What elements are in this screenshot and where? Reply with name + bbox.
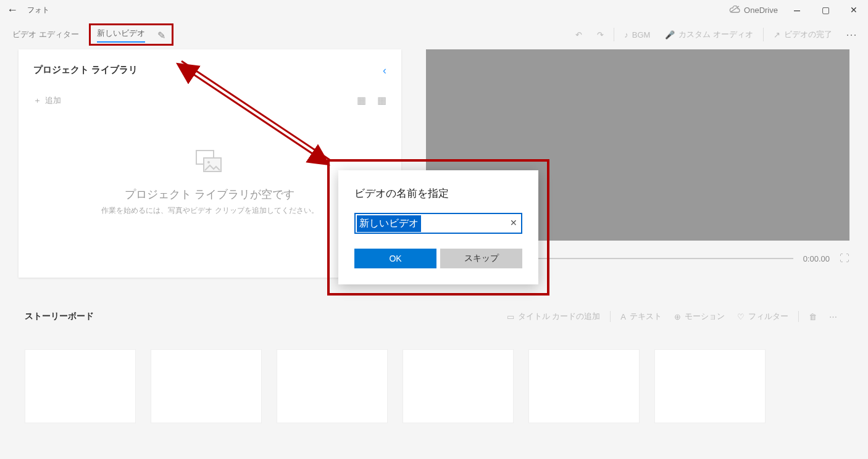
back-button[interactable]: ←	[0, 4, 25, 17]
titlebar: ← フォト OneDrive	[0, 0, 868, 20]
add-title-card-button[interactable]: ▭タイトル カードの追加	[501, 308, 607, 325]
add-media-button[interactable]: ＋ 追加	[33, 95, 61, 106]
separator	[610, 311, 611, 322]
collapse-library-button[interactable]: ‹	[383, 64, 386, 77]
separator	[798, 311, 799, 322]
audio-icon: 🎤	[665, 30, 675, 39]
video-editor-label: ビデオ エディター	[5, 24, 86, 45]
motion-button[interactable]: ⊕モーション	[668, 308, 731, 325]
cloud-icon	[729, 6, 740, 15]
new-video-tab[interactable]: 新しいビデオ	[97, 28, 145, 43]
storyboard-clips	[25, 349, 843, 423]
storyboard-more-button[interactable]: ⋯	[823, 310, 843, 324]
redo-icon: ↷	[597, 30, 604, 39]
motion-icon: ⊕	[674, 312, 681, 321]
clip-slot[interactable]	[403, 349, 514, 423]
onedrive-label: OneDrive	[744, 6, 778, 15]
name-video-dialog: ビデオの名前を指定 新しいビデオ ✕ OK スキップ	[338, 170, 538, 284]
grid-small-icon[interactable]: ▦	[377, 94, 386, 106]
filter-button[interactable]: ♡フィルター	[731, 308, 795, 325]
fullscreen-icon[interactable]: ⛶	[840, 253, 849, 264]
library-title: プロジェクト ライブラリ	[33, 64, 386, 76]
music-icon: ♪	[624, 30, 628, 39]
delete-button[interactable]: 🗑	[803, 310, 823, 324]
close-button[interactable]	[840, 0, 868, 20]
storyboard-title: ストーリーボード	[25, 311, 94, 322]
separator	[763, 28, 764, 41]
trash-icon: 🗑	[809, 312, 817, 321]
finish-label: ビデオの完了	[784, 29, 832, 40]
title-card-label: タイトル カードの追加	[518, 311, 601, 322]
more-button[interactable]: ⋯	[840, 28, 863, 41]
bgm-label: BGM	[632, 30, 651, 39]
new-video-annotation-box: 新しいビデオ ✎	[89, 23, 173, 46]
export-icon: ↗	[774, 30, 780, 39]
svg-line-0	[730, 6, 739, 12]
toolbar: ビデオ エディター 新しいビデオ ✎ ↶ ↷ ♪BGM 🎤カスタム オーディオ …	[0, 20, 868, 49]
text-button[interactable]: Aテキスト	[614, 308, 668, 325]
clip-slot[interactable]	[151, 349, 262, 423]
clip-slot[interactable]	[654, 349, 766, 423]
undo-button[interactable]: ↶	[568, 27, 590, 43]
app-name: フォト	[27, 5, 49, 15]
dialog-title: ビデオの名前を指定	[354, 186, 522, 201]
skip-button[interactable]: スキップ	[440, 249, 522, 268]
bgm-button[interactable]: ♪BGM	[617, 27, 657, 43]
redo-button[interactable]: ↷	[590, 27, 611, 43]
maximize-button[interactable]	[811, 0, 840, 20]
undo-icon: ↶	[575, 30, 582, 39]
add-label: 追加	[45, 95, 61, 106]
svg-point-3	[207, 161, 210, 163]
dialog-annotation-box: ビデオの名前を指定 新しいビデオ ✕ OK スキップ	[327, 159, 549, 296]
selected-text: 新しいビデオ	[357, 215, 421, 232]
storyboard-panel: ストーリーボード ▭タイトル カードの追加 Aテキスト ⊕モーション ♡フィルタ…	[0, 296, 868, 423]
filter-label: フィルター	[748, 311, 788, 322]
motion-label: モーション	[685, 311, 725, 322]
clip-slot[interactable]	[528, 349, 640, 423]
text-label: テキスト	[630, 311, 662, 322]
text-icon: A	[620, 312, 626, 321]
clip-slot[interactable]	[277, 349, 388, 423]
custom-audio-button[interactable]: 🎤カスタム オーディオ	[657, 25, 761, 44]
plus-icon: ＋	[33, 95, 41, 106]
card-icon: ▭	[507, 312, 514, 321]
custom-audio-label: カスタム オーディオ	[678, 29, 753, 40]
onedrive-button[interactable]: OneDrive	[729, 6, 778, 15]
pencil-icon[interactable]: ✎	[157, 30, 165, 41]
filter-icon: ♡	[737, 312, 745, 321]
separator	[614, 28, 614, 41]
time-total: 0:00.00	[803, 254, 830, 263]
clip-slot[interactable]	[25, 349, 136, 423]
finish-video-button[interactable]: ↗ビデオの完了	[766, 25, 840, 44]
ok-button[interactable]: OK	[354, 249, 436, 268]
clear-input-icon[interactable]: ✕	[510, 218, 517, 228]
minimize-button[interactable]	[783, 0, 811, 20]
grid-large-icon[interactable]: ▦	[357, 94, 366, 106]
